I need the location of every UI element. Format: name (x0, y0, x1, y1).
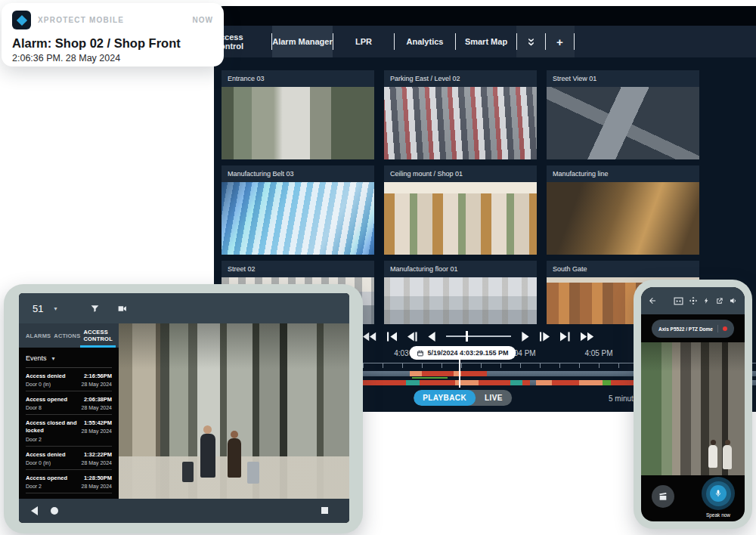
notification-app-name: XPROTECT MOBILE (38, 16, 124, 24)
camera-feed-street-view-01[interactable] (547, 87, 699, 159)
export-clip-button[interactable] (652, 485, 674, 508)
chevron-down-icon[interactable]: ▾ (54, 305, 57, 312)
step-backward-button[interactable] (407, 332, 417, 342)
events-list: Events ▾ Access denied Door 0 (in) 2:16:… (19, 348, 119, 499)
play-reverse-button[interactable] (428, 332, 435, 342)
tab-alarms[interactable]: ALARMS (24, 323, 52, 348)
event-date: 28 May 2024 (82, 382, 112, 387)
live-video-entrance[interactable] (119, 323, 349, 499)
event-row[interactable]: Access opened Door 2 1:28:50PM 28 May 20… (26, 470, 112, 493)
recording-segment (479, 380, 510, 385)
event-date: 28 May 2024 (82, 405, 112, 410)
event-date: 28 May 2024 (82, 484, 112, 489)
camera-feed-ceiling-mount-shop-01[interactable] (384, 182, 537, 255)
ptz-move-icon (689, 296, 698, 305)
event-detail: Door 0 (in) (26, 382, 66, 387)
event-detail: Door 0 (in) (26, 460, 66, 465)
share-out-icon (715, 297, 723, 305)
recording-segment (522, 380, 530, 385)
push-to-talk-button[interactable] (702, 477, 735, 510)
camera-feed-entrance-03[interactable] (222, 87, 374, 159)
jump-to-end-button[interactable] (560, 332, 570, 342)
xprotect-app-icon (12, 11, 31, 29)
live-mode-button[interactable]: LIVE (476, 390, 512, 406)
tab-analytics[interactable]: Analytics (395, 26, 455, 57)
camera-count-dropdown[interactable]: 51 (33, 303, 43, 314)
event-right: 1:55:42PM 28 May 2024 (82, 419, 112, 441)
phone-screen: Axis P5522 / PTZ Dome (641, 287, 745, 521)
view-tab-bar: Access Control Alarm Manager LPR Analyti… (214, 26, 756, 57)
event-row[interactable]: Access closed and locked Door 2 1:55:42P… (26, 415, 112, 446)
tab-actions[interactable]: ACTIONS (52, 323, 82, 348)
tab-smart-map[interactable]: Smart Map (456, 26, 516, 57)
android-nav-bar (19, 499, 349, 523)
video-camera-button[interactable] (116, 304, 128, 314)
back-button[interactable] (648, 296, 657, 305)
camera-tile: Manufacturing line (547, 165, 699, 255)
event-time: 2:16:56PM (82, 373, 112, 380)
fast-rewind-button[interactable] (363, 332, 376, 342)
event-title: Access denied (26, 451, 66, 459)
slider-track (446, 336, 511, 337)
composite-screenshot: Access Control Alarm Manager LPR Analyti… (0, 0, 756, 535)
camera-title: Manufacturing floor 01 (384, 261, 537, 277)
jump-to-start-button[interactable] (387, 332, 397, 342)
speak-now-label: Speak now (699, 512, 738, 518)
phone-device: Axis P5522 / PTZ Dome (634, 280, 752, 529)
camera-select-pill[interactable]: Axis P5522 / PTZ Dome (652, 320, 734, 338)
event-date: 28 May 2024 (82, 460, 112, 465)
camera-feed-manufacturing-belt-03[interactable] (222, 182, 374, 255)
playback-speed-slider[interactable] (446, 331, 511, 342)
fit-screen-button[interactable] (674, 297, 683, 305)
event-row[interactable]: Access opened Door 8 2:06:38PM 28 May 20… (26, 391, 112, 415)
speaker-icon (729, 296, 738, 305)
fit-screen-icon (674, 297, 683, 305)
nav-recents-icon[interactable] (321, 507, 328, 514)
tab-lpr[interactable]: LPR (333, 26, 394, 57)
step-forward-button[interactable] (540, 332, 550, 342)
play-forward-button[interactable] (522, 332, 529, 342)
add-tab-button[interactable]: + (546, 26, 574, 57)
playback-mode-button[interactable]: PLAYBACK (414, 390, 476, 406)
recording-segment (363, 380, 406, 385)
tablet-screen: 51 ▾ ALARMS ACTIONS ACCESS CONTROL (19, 293, 349, 523)
mic-ring (706, 481, 731, 506)
notification-timestamp: 2:06:36 PM. 28 May 2024 (12, 53, 213, 63)
event-row[interactable]: Access denied Door 0 (in) 1:32:22PM 28 M… (26, 447, 112, 470)
events-filter-dropdown[interactable]: Events ▾ (26, 351, 112, 368)
luggage-silhouette (182, 462, 194, 482)
live-video-ptz-dome[interactable] (641, 342, 745, 475)
camera-feed-manufacturing-floor-01[interactable] (384, 277, 537, 324)
event-time: 1:32:22PM (82, 451, 112, 459)
arrow-left-icon (648, 296, 657, 305)
person-silhouette (228, 438, 241, 478)
tab-bar-filler (575, 26, 756, 57)
ptz-control-button[interactable] (689, 296, 698, 305)
flash-button[interactable] (703, 296, 710, 305)
nav-home-icon[interactable] (51, 507, 58, 515)
tab-alarm-manager[interactable]: Alarm Manager (272, 26, 333, 57)
volume-button[interactable] (729, 296, 738, 305)
filter-button[interactable] (90, 304, 100, 314)
notification-time-badge: NOW (193, 16, 213, 24)
tab-access-control[interactable]: ACCESS CONTROL (82, 323, 113, 348)
funnel-icon (90, 304, 100, 314)
collapse-tabs-button[interactable] (517, 26, 545, 57)
video-camera-icon (116, 304, 128, 314)
record-indicator-icon[interactable] (723, 326, 727, 331)
share-button[interactable] (715, 297, 723, 305)
tablet-body: ALARMS ACTIONS ACCESS CONTROL Events ▾ A… (19, 323, 349, 499)
event-date: 28 May 2024 (82, 428, 112, 434)
mobile-notification-card[interactable]: XPROTECT MOBILE NOW Alarm: Shop 02 / Sho… (2, 3, 224, 66)
fast-forward-button[interactable] (581, 332, 594, 342)
camera-tile: Entrance 03 (222, 70, 374, 159)
camera-feed-manufacturing-line[interactable] (547, 182, 699, 255)
nav-back-icon[interactable] (31, 506, 38, 515)
slider-handle[interactable] (466, 331, 468, 342)
camera-tile: Street View 01 (547, 70, 699, 159)
camera-feed-parking-east[interactable] (384, 87, 537, 159)
mic-core (710, 485, 727, 502)
event-row[interactable]: Access denied Door 0 (in) 2:16:56PM 28 M… (26, 368, 112, 391)
phone-top-actions (674, 296, 738, 305)
current-time-picker[interactable]: 5/19/2024 4:03:29.155 PM (410, 346, 516, 360)
